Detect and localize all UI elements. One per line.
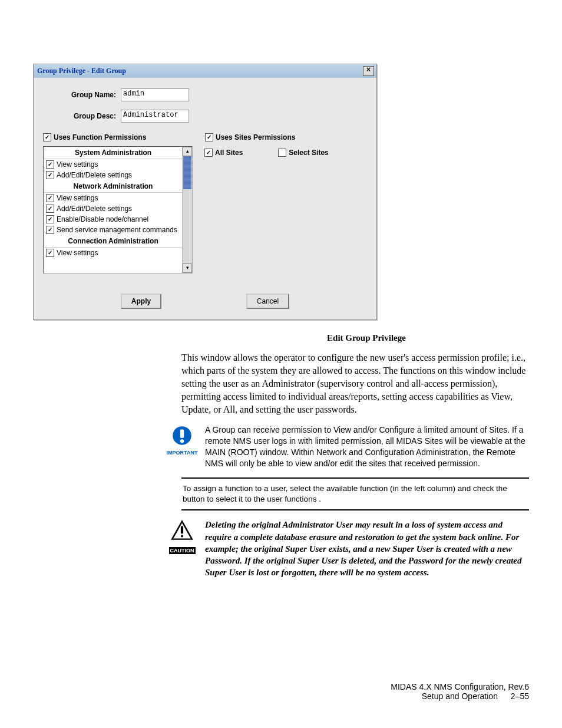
cancel-button[interactable]: Cancel	[246, 294, 289, 309]
uses-function-label: Uses Function Permissions	[54, 133, 146, 141]
uses-function-checkbox[interactable]	[43, 133, 51, 141]
caution-label: CAUTION	[169, 547, 196, 554]
perm-checkbox[interactable]	[46, 215, 54, 223]
svg-rect-5	[181, 526, 183, 534]
perm-checkbox[interactable]	[46, 205, 54, 213]
group-name-label: Group Name:	[43, 91, 121, 99]
scroll-up-icon[interactable]: ▴	[183, 147, 192, 156]
description-paragraph: This window allows the operator to confi…	[181, 351, 529, 416]
svg-point-6	[181, 535, 183, 538]
function-permissions-list[interactable]: System Administration View settings Add/…	[43, 146, 193, 274]
scroll-down-icon[interactable]: ▾	[183, 263, 192, 273]
group-desc-field[interactable]: Administrator	[121, 110, 189, 123]
figure-caption: Edit Group Privilege	[33, 333, 529, 343]
group-desc-label: Group Desc:	[43, 112, 121, 120]
important-label: IMPORTANT	[166, 450, 198, 456]
sites-permissions-panel: All Sites Select Sites	[201, 146, 367, 274]
scrollbar[interactable]: ▴ ▾	[182, 147, 192, 273]
all-sites-label: All Sites	[215, 149, 243, 157]
select-sites-label: Select Sites	[289, 149, 328, 157]
perm-checkbox[interactable]	[46, 171, 54, 179]
group-name-field[interactable]: admin	[121, 88, 189, 101]
caution-icon	[170, 519, 194, 543]
footer-page-number: 2–55	[511, 691, 529, 701]
select-sites-checkbox[interactable]	[278, 149, 286, 157]
uses-sites-checkbox[interactable]	[205, 133, 213, 141]
section-connection-admin: Connection Administration	[44, 235, 183, 248]
dialog-title: Group Privilege - Edit Group	[37, 67, 126, 75]
caution-note: CAUTION Deleting the original Administra…	[166, 519, 529, 578]
scroll-thumb[interactable]	[183, 156, 191, 189]
perm-checkbox[interactable]	[46, 160, 54, 169]
important-note: IMPORTANT A Group can receive permission…	[166, 424, 529, 469]
section-system-admin: System Administration	[44, 147, 183, 159]
section-network-admin: Network Administration	[44, 180, 183, 193]
all-sites-checkbox[interactable]	[204, 149, 213, 157]
perm-checkbox[interactable]	[46, 226, 54, 234]
apply-button[interactable]: Apply	[121, 294, 161, 309]
close-icon[interactable]: ×	[363, 66, 374, 76]
svg-point-2	[180, 440, 184, 443]
assign-function-note: To assign a function to a user, select t…	[181, 477, 529, 510]
important-text: A Group can receive permission to View a…	[205, 424, 529, 469]
svg-rect-1	[180, 430, 184, 439]
footer-section: Setup and Operation	[422, 691, 498, 701]
perm-checkbox[interactable]	[46, 249, 54, 257]
edit-group-dialog: Group Privilege - Edit Group × Group Nam…	[33, 64, 377, 320]
important-icon	[170, 424, 194, 449]
dialog-titlebar: Group Privilege - Edit Group ×	[34, 64, 376, 78]
caution-text: Deleting the original Administrator User…	[205, 519, 529, 578]
uses-sites-label: Uses Sites Permissions	[216, 133, 295, 141]
page-footer: MIDAS 4.X NMS Configuration, Rev.6 Setup…	[391, 682, 529, 701]
perm-checkbox[interactable]	[46, 194, 54, 202]
footer-line-1: MIDAS 4.X NMS Configuration, Rev.6	[391, 682, 529, 691]
